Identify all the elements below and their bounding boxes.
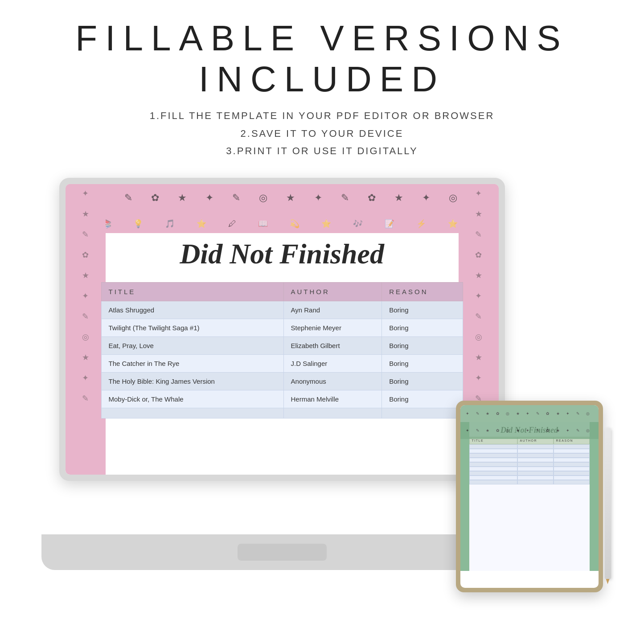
tablet-cell-reason bbox=[554, 476, 590, 480]
tablet-table-row bbox=[469, 462, 590, 467]
tablet-doodle-bottom: ✦ ✎ ★ ✿ ◎ ★ ✦ ✎ ✿ ★ ✦ ✎ ◎ bbox=[460, 422, 599, 439]
tablet-cell-author bbox=[517, 458, 554, 462]
laptop-screen-outer: ✦ ★ ✎ ✿ ★ ✦ ✎ ◎ ★ ✦ ✎ ✦ ★ ✎ ✿ ★ ✦ ✎ ◎ ★ … bbox=[59, 178, 505, 481]
tablet-cell-author bbox=[517, 480, 554, 484]
cell-reason: Boring bbox=[382, 390, 463, 408]
books-table: TITLE AUTHOR REASON Atlas ShruggedAyn Ra… bbox=[101, 282, 463, 418]
instruction-1: 1.FILL THE TEMPLATE IN YOUR PDF EDITOR O… bbox=[0, 107, 644, 125]
table-row: Moby-Dick or, The WhaleHerman MelvilleBo… bbox=[101, 390, 463, 408]
laptop: ✦ ★ ✎ ✿ ★ ✦ ✎ ◎ ★ ✦ ✎ ✦ ★ ✎ ✿ ★ ✦ ✎ ◎ ★ … bbox=[41, 178, 523, 570]
tablet-doodle-right bbox=[590, 422, 599, 571]
cell-author: Elizabeth Gilbert bbox=[283, 336, 382, 354]
tablet-table-row bbox=[469, 453, 590, 458]
cell-title: Moby-Dick or, The Whale bbox=[101, 390, 283, 408]
tablet-cell-title bbox=[469, 444, 517, 449]
doc-title-area: Did Not Finished bbox=[66, 229, 499, 279]
table-row: Atlas ShruggedAyn RandBoring bbox=[101, 301, 463, 319]
tablet-cell-title bbox=[469, 471, 517, 476]
table-row: Eat, Pray, LoveElizabeth GilbertBoring bbox=[101, 336, 463, 354]
tablet-cell-reason bbox=[554, 480, 590, 484]
tablet-cell-author bbox=[517, 462, 554, 467]
tablet-table-row bbox=[469, 444, 590, 449]
tablet-cell-author bbox=[517, 449, 554, 453]
tablet-cell-author bbox=[517, 471, 554, 476]
tablet-cell-reason bbox=[554, 467, 590, 471]
col-title: TITLE bbox=[101, 282, 283, 301]
tablet-table-row bbox=[469, 471, 590, 476]
cell-reason: Boring bbox=[382, 336, 463, 354]
tablet-cell-author bbox=[517, 453, 554, 458]
laptop-base bbox=[41, 534, 523, 570]
cell-author: Herman Melville bbox=[283, 390, 382, 408]
tablet-cell-author bbox=[517, 467, 554, 471]
tablet-table-body bbox=[469, 444, 590, 484]
doc-title: Did Not Finished bbox=[180, 238, 384, 270]
doc-content: Did Not Finished TITLE AUTHOR REASON bbox=[66, 184, 499, 475]
tablet-pencil bbox=[605, 427, 611, 579]
instructions: 1.FILL THE TEMPLATE IN YOUR PDF EDITOR O… bbox=[0, 107, 644, 160]
table-row: The Holy Bible: King James VersionAnonym… bbox=[101, 372, 463, 390]
cell-reason: Boring bbox=[382, 319, 463, 336]
tablet-cell-title bbox=[469, 462, 517, 467]
scene: ✦ ★ ✎ ✿ ★ ✦ ✎ ◎ ★ ✦ ✎ ✦ ★ ✎ ✿ ★ ✦ ✎ ◎ ★ … bbox=[41, 178, 603, 601]
tablet-cell-reason bbox=[554, 453, 590, 458]
tablet-table-row bbox=[469, 449, 590, 453]
tablet-cell-reason bbox=[554, 444, 590, 449]
table-row: The Catcher in The RyeJ.D SalingerBoring bbox=[101, 354, 463, 372]
cell-title: The Holy Bible: King James Version bbox=[101, 372, 283, 390]
tablet-screen: ✦ ✎ ★ ✿ ◎ ★ ✦ ✎ ✿ ★ ✦ ✎ ◎ Did Not Finish… bbox=[460, 405, 599, 588]
cell-title: The Catcher in The Rye bbox=[101, 354, 283, 372]
cell-title: Twilight (The Twilight Saga #1) bbox=[101, 319, 283, 336]
cell-title: Eat, Pray, Love bbox=[101, 336, 283, 354]
cell-author: J.D Salinger bbox=[283, 354, 382, 372]
cell-reason: Boring bbox=[382, 354, 463, 372]
tablet-cell-reason bbox=[554, 462, 590, 467]
cell-title: Atlas Shrugged bbox=[101, 301, 283, 319]
instruction-2: 2.SAVE IT TO YOUR DEVICE bbox=[0, 125, 644, 143]
tablet-cell-title bbox=[469, 476, 517, 480]
tablet-cell-title bbox=[469, 449, 517, 453]
cell-author: Ayn Rand bbox=[283, 301, 382, 319]
tablet-cell-author bbox=[517, 476, 554, 480]
tablet-doodle-left bbox=[460, 422, 469, 571]
main-title: FILLABLE VERSIONS INCLUDED bbox=[0, 18, 644, 100]
table-header-row: TITLE AUTHOR REASON bbox=[101, 282, 463, 301]
tablet-content: Did Not Finished TITLE AUTHOR REASON bbox=[469, 422, 590, 571]
cell-author bbox=[283, 408, 382, 418]
cell-reason: Boring bbox=[382, 372, 463, 390]
col-author: AUTHOR bbox=[283, 282, 382, 301]
laptop-trackpad bbox=[238, 544, 327, 561]
table-row bbox=[101, 408, 463, 418]
tablet-cell-reason bbox=[554, 449, 590, 453]
tablet-table-row bbox=[469, 458, 590, 462]
tablet-table-row bbox=[469, 476, 590, 480]
instruction-3: 3.PRINT IT OR USE IT DIGITALLY bbox=[0, 142, 644, 160]
tablet-doodle-top: ✦ ✎ ★ ✿ ◎ ★ ✦ ✎ ✿ ★ ✦ ✎ ◎ bbox=[460, 405, 599, 422]
tablet-table-row bbox=[469, 480, 590, 484]
cell-reason bbox=[382, 408, 463, 418]
page-header: FILLABLE VERSIONS INCLUDED 1.FILL THE TE… bbox=[0, 18, 644, 160]
tablet: ✦ ✎ ★ ✿ ◎ ★ ✦ ✎ ✿ ★ ✦ ✎ ◎ Did Not Finish… bbox=[456, 401, 603, 592]
table-row: Twilight (The Twilight Saga #1)Stephenie… bbox=[101, 319, 463, 336]
col-reason: REASON bbox=[382, 282, 463, 301]
tablet-cell-title bbox=[469, 453, 517, 458]
tablet-cell-author bbox=[517, 444, 554, 449]
cell-reason: Boring bbox=[382, 301, 463, 319]
tablet-cell-title bbox=[469, 467, 517, 471]
cell-author: Stephenie Meyer bbox=[283, 319, 382, 336]
tablet-cell-title bbox=[469, 480, 517, 484]
tablet-cell-title bbox=[469, 458, 517, 462]
cell-title bbox=[101, 408, 283, 418]
cell-author: Anonymous bbox=[283, 372, 382, 390]
tablet-cell-reason bbox=[554, 458, 590, 462]
laptop-screen-inner: ✦ ★ ✎ ✿ ★ ✦ ✎ ◎ ★ ✦ ✎ ✦ ★ ✎ ✿ ★ ✦ ✎ ◎ ★ … bbox=[66, 184, 499, 475]
tablet-table-row bbox=[469, 467, 590, 471]
doc-table-wrap: TITLE AUTHOR REASON Atlas ShruggedAyn Ra… bbox=[101, 282, 463, 466]
tablet-cell-reason bbox=[554, 471, 590, 476]
